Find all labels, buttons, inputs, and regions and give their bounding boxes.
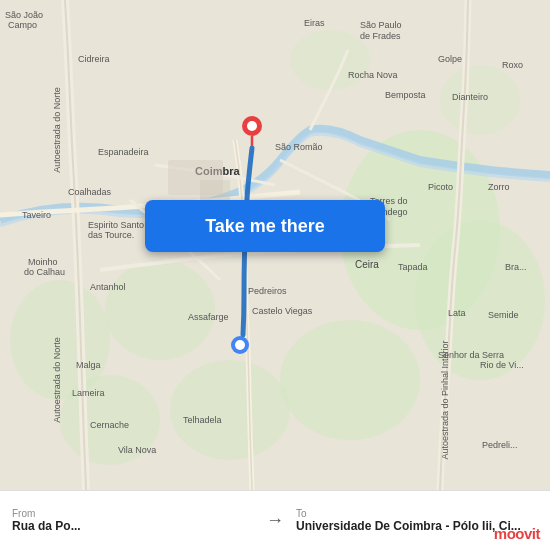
svg-point-60: [235, 340, 245, 350]
svg-text:Coalhadas: Coalhadas: [68, 187, 112, 197]
origin-label: From: [12, 508, 254, 519]
svg-text:do Calhau: do Calhau: [24, 267, 65, 277]
svg-text:Ceira: Ceira: [355, 259, 379, 270]
svg-text:Espirito Santo: Espirito Santo: [88, 220, 144, 230]
origin-name: Rua da Po...: [12, 519, 254, 533]
map-container: Coimbra Ceira Taveiro Cidreira Espanadei…: [0, 0, 550, 490]
svg-point-8: [290, 30, 370, 90]
svg-text:Cernache: Cernache: [90, 420, 129, 430]
svg-text:São Paulo: São Paulo: [360, 20, 402, 30]
svg-text:Lameira: Lameira: [72, 388, 105, 398]
svg-text:Vila Nova: Vila Nova: [118, 445, 156, 455]
route-arrow: →: [262, 510, 288, 531]
svg-text:Bemposta: Bemposta: [385, 90, 426, 100]
svg-text:Pedreiros: Pedreiros: [248, 286, 287, 296]
svg-text:Rio de Vi...: Rio de Vi...: [480, 360, 524, 370]
svg-point-58: [247, 121, 257, 131]
svg-text:Autoestrada do Norte: Autoestrada do Norte: [52, 87, 62, 173]
svg-text:Pedreli...: Pedreli...: [482, 440, 518, 450]
svg-text:Espanadeira: Espanadeira: [98, 147, 149, 157]
svg-text:das Tource.: das Tource.: [88, 230, 134, 240]
svg-text:Telhadela: Telhadela: [183, 415, 222, 425]
svg-text:Autoestrada do Norte: Autoestrada do Norte: [52, 337, 62, 423]
svg-point-3: [105, 260, 215, 360]
svg-text:Tapada: Tapada: [398, 262, 428, 272]
dest-label: To: [296, 508, 538, 519]
take-me-there-button[interactable]: Take me there: [145, 200, 385, 252]
svg-text:Picoto: Picoto: [428, 182, 453, 192]
svg-text:Assafarge: Assafarge: [188, 312, 229, 322]
svg-text:Rocha Nova: Rocha Nova: [348, 70, 398, 80]
svg-text:Cidreira: Cidreira: [78, 54, 110, 64]
moovit-logo: moovit: [494, 525, 540, 542]
svg-text:São João: São João: [5, 10, 43, 20]
bottom-bar: From Rua da Po... → To Universidade De C…: [0, 490, 550, 550]
svg-text:Castelo Viegas: Castelo Viegas: [252, 306, 313, 316]
svg-point-6: [170, 360, 290, 460]
svg-text:Moinho: Moinho: [28, 257, 58, 267]
svg-text:Roxo: Roxo: [502, 60, 523, 70]
origin-info[interactable]: From Rua da Po...: [12, 508, 254, 533]
svg-rect-56: [200, 180, 230, 200]
svg-text:Malga: Malga: [76, 360, 101, 370]
svg-text:Campo: Campo: [8, 20, 37, 30]
svg-text:Dianteiro: Dianteiro: [452, 92, 488, 102]
svg-text:Golpe: Golpe: [438, 54, 462, 64]
svg-text:Autoestrada do Pinhal Interior: Autoestrada do Pinhal Interior: [440, 340, 450, 459]
svg-text:de Frades: de Frades: [360, 31, 401, 41]
svg-text:Lata: Lata: [448, 308, 466, 318]
svg-text:Semide: Semide: [488, 310, 519, 320]
svg-text:Bra...: Bra...: [505, 262, 527, 272]
svg-text:Taveiro: Taveiro: [22, 210, 51, 220]
svg-text:Antanhol: Antanhol: [90, 282, 126, 292]
moovit-logo-text: moovit: [494, 525, 540, 542]
svg-text:Zorro: Zorro: [488, 182, 510, 192]
svg-point-2: [280, 320, 420, 440]
svg-text:Eiras: Eiras: [304, 18, 325, 28]
svg-text:São Romão: São Romão: [275, 142, 323, 152]
